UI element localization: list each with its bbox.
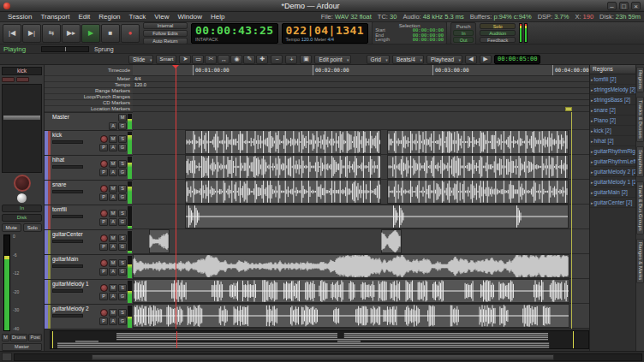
- summary-canvas[interactable]: [51, 331, 588, 348]
- track-lane-guitarcenter[interactable]: [133, 229, 589, 254]
- primary-clock[interactable]: 00:00:43:25 INTAPACK: [191, 23, 278, 44]
- expander-icon[interactable]: ▸: [591, 77, 593, 82]
- track-gain-slider[interactable]: [52, 190, 83, 193]
- track-lane-kick[interactable]: [133, 130, 589, 155]
- strip-track-name[interactable]: kick: [2, 67, 42, 75]
- internal-sync-button[interactable]: Internal: [143, 22, 188, 29]
- region-list-item[interactable]: ▸stringsMelody [2]: [590, 85, 635, 95]
- solo-button[interactable]: S: [118, 284, 127, 292]
- scrollbar-corner-button[interactable]: [2, 353, 12, 361]
- edit-tool-button[interactable]: ✚: [256, 55, 268, 64]
- track-header-kick[interactable]: kickMSPAG: [45, 131, 133, 156]
- record-enable-button[interactable]: [100, 309, 108, 317]
- track-header-guitarmain[interactable]: guitarMainMSPAG: [45, 255, 133, 280]
- disk-monitor-button[interactable]: Disk: [2, 214, 42, 222]
- solo-button[interactable]: S: [118, 259, 127, 267]
- shuttle-mode[interactable]: Sprung: [94, 46, 114, 52]
- track-gain-slider[interactable]: [52, 215, 83, 218]
- maximize-button[interactable]: □: [619, 2, 629, 10]
- expander-icon[interactable]: ▸: [591, 98, 593, 103]
- edit-point-dropdown[interactable]: Playhead: [426, 55, 462, 64]
- track-gain-slider[interactable]: [52, 165, 83, 169]
- auto-return-button[interactable]: Auto Return: [143, 38, 188, 45]
- expander-icon[interactable]: ▸: [591, 159, 593, 164]
- strip-mute-button[interactable]: Mute: [2, 223, 21, 232]
- mute-button[interactable]: M: [109, 160, 117, 168]
- menu-transport[interactable]: Transport: [36, 13, 74, 21]
- group-button[interactable]: G: [118, 169, 127, 176]
- solo-button[interactable]: S: [118, 309, 127, 317]
- group-button[interactable]: G: [118, 317, 127, 325]
- solo-button[interactable]: S: [118, 185, 127, 193]
- grab-tool-button[interactable]: ➤: [179, 55, 191, 64]
- secondary-clock[interactable]: 022|04|1341 Tempo 120.0 Meter 4/4: [282, 23, 369, 44]
- track-lane-hihat[interactable]: [133, 155, 589, 180]
- region-list-item[interactable]: ▸kick [2]: [590, 126, 635, 136]
- menu-region[interactable]: Region: [94, 13, 124, 21]
- playhead-marker[interactable]: [172, 65, 179, 72]
- automation-button[interactable]: A: [109, 317, 117, 325]
- waveform-snare[interactable]: [133, 180, 589, 204]
- summary-overview[interactable]: [50, 330, 589, 349]
- region-list-item[interactable]: ▸guitarMain [2]: [590, 187, 635, 198]
- ruler-tempo[interactable]: 120.0: [133, 82, 589, 88]
- end-marker[interactable]: [565, 107, 572, 111]
- region-list-item[interactable]: ▸snare [2]: [590, 105, 635, 116]
- input-monitor-button[interactable]: In: [2, 205, 42, 212]
- play-selection-button[interactable]: ▶▸: [62, 24, 80, 43]
- gain-fader[interactable]: [2, 84, 42, 173]
- playlist-button[interactable]: P: [99, 144, 108, 151]
- record-enable-button[interactable]: [100, 284, 108, 292]
- edit-mode-dropdown[interactable]: Slide: [128, 55, 153, 64]
- track-gain-slider[interactable]: [52, 240, 83, 243]
- expander-icon[interactable]: ▸: [591, 149, 593, 154]
- track-gain-slider[interactable]: [52, 289, 83, 293]
- menu-help[interactable]: Help: [206, 13, 229, 21]
- group-button[interactable]: G: [118, 243, 127, 251]
- tab-tracks-busses[interactable]: Tracks & Busses: [636, 97, 644, 142]
- meter-point-button[interactable]: Post: [28, 334, 42, 341]
- fader-handle[interactable]: [3, 116, 40, 120]
- stop-button[interactable]: ■: [101, 24, 120, 43]
- automation-button[interactable]: A: [109, 122, 117, 130]
- solo-global-button[interactable]: Solo: [480, 23, 516, 29]
- record-enable-button[interactable]: [100, 185, 108, 193]
- track-lane-snare[interactable]: [133, 180, 589, 205]
- track-lane-master[interactable]: [133, 112, 589, 130]
- track-header-guitarmelody-2[interactable]: guitarMelody 2MSPAG: [45, 305, 133, 329]
- waveform-master[interactable]: [133, 112, 589, 129]
- group-assign-button[interactable]: Drums: [10, 334, 27, 341]
- record-enable-button[interactable]: [100, 259, 108, 267]
- feedback-button[interactable]: Feedback: [480, 37, 516, 43]
- expander-icon[interactable]: ▸: [591, 200, 593, 205]
- zoom-focus-dropdown[interactable]: Edit point: [314, 55, 350, 64]
- waveform-guitarmelody-1[interactable]: [133, 279, 589, 303]
- playlist-button[interactable]: P: [99, 193, 108, 201]
- track-header-master[interactable]: MasterMAG: [45, 113, 133, 131]
- ruler-cd-markers[interactable]: [133, 100, 589, 106]
- waveform-tomfili[interactable]: [133, 205, 589, 228]
- expander-icon[interactable]: ▸: [591, 139, 593, 144]
- record-enable-button[interactable]: [100, 210, 108, 217]
- close-button[interactable]: ×: [631, 2, 641, 10]
- mute-button[interactable]: M: [109, 210, 117, 217]
- punch-out-button[interactable]: Out: [453, 37, 474, 43]
- solo-button[interactable]: S: [118, 234, 127, 242]
- solo-button[interactable]: S: [118, 160, 127, 168]
- mute-button[interactable]: M: [118, 114, 127, 122]
- menu-session[interactable]: Session: [3, 13, 36, 21]
- zoom-fit-button[interactable]: ▣: [300, 55, 312, 64]
- menu-window[interactable]: Window: [173, 13, 206, 21]
- track-header-tomfili[interactable]: tomfiliMSPAG: [45, 205, 133, 230]
- solo-button[interactable]: S: [118, 135, 127, 143]
- automation-button[interactable]: A: [109, 243, 117, 251]
- range-tool-button[interactable]: ▭: [192, 55, 204, 64]
- group-button[interactable]: G: [118, 144, 127, 151]
- group-button[interactable]: G: [118, 218, 127, 226]
- strip-input-button[interactable]: [2, 77, 15, 82]
- track-header-guitarcenter[interactable]: guitarCenterMSPAG: [45, 230, 133, 255]
- ruler-meter[interactable]: 4/4: [133, 76, 589, 82]
- region-list-item[interactable]: ▸guitarCenter [2]: [590, 198, 635, 208]
- smart-mode-button[interactable]: Smart: [156, 55, 176, 64]
- strip-solo-button[interactable]: Solo: [23, 223, 43, 232]
